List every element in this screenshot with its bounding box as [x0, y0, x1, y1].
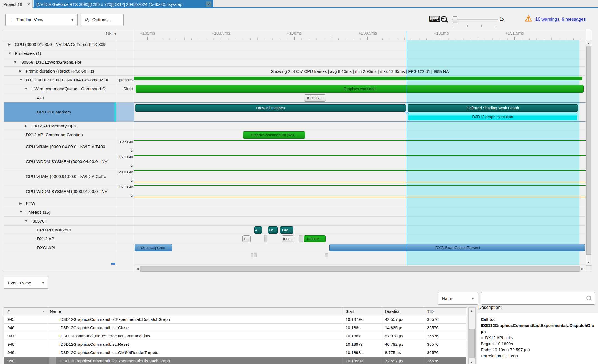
expander-expanded-icon[interactable]: ▼	[19, 210, 22, 214]
filter-column-selector[interactable]: Name ▼	[438, 292, 478, 305]
keyboard-shortcuts-icon[interactable]: ⌨	[429, 15, 441, 23]
tree-row-cpu-pix-markers[interactable]: CPU PIX Markers	[4, 226, 592, 234]
dxgi-present-bar[interactable]: IDXGISwapChain::Present	[329, 244, 585, 251]
partial-row-mark[interactable]	[254, 253, 257, 257]
tree-row-threads[interactable]: ▼ Threads (15)	[4, 208, 592, 217]
column-header-duration[interactable]: Duration	[382, 308, 424, 315]
expander-expanded-icon[interactable]: ▼	[8, 51, 11, 55]
cell-tid: 36576	[427, 342, 439, 347]
tree-row-label: ETW	[26, 199, 114, 208]
tree-row-memory-ops[interactable]: ▶ DX12 API Memory Ops	[4, 122, 592, 130]
tree-row-vram-t400[interactable]: GPU VRAM (0000:04:00.0 - NVIDIA T400 3.2…	[4, 139, 592, 154]
tree-row-api[interactable]: API	[4, 93, 592, 102]
dx12-dispatch-chip[interactable]: ID3D12…	[304, 235, 326, 242]
column-header-start[interactable]: Start	[343, 308, 382, 315]
expander-expanded-icon[interactable]: ▼	[25, 87, 28, 90]
zoom-slider-track[interactable]	[452, 19, 498, 20]
vscroll-thumb[interactable]	[469, 329, 475, 358]
table-row-selected[interactable]: 950 ID3D12GraphicsCommandListExperimenta…	[4, 357, 467, 364]
scroll-up-icon[interactable]: ▲	[469, 308, 475, 313]
scroll-right-icon[interactable]: ▶	[580, 265, 585, 272]
ruler-tick-label: +189.5ms	[212, 31, 230, 35]
timeline-view-label: Timeline View	[16, 17, 44, 22]
tab-project[interactable]: Project 16 ✕	[0, 0, 33, 8]
options-button[interactable]: ◎ Options...	[81, 14, 124, 26]
bar-label: Dr…	[269, 228, 277, 232]
tab-report-close-icon[interactable]: ✕	[206, 1, 211, 7]
tree-row-sysmem-t400[interactable]: GPU WDDM SYSMEM (0000:04:00.0 - NV 15.1 …	[4, 154, 592, 169]
tree-row-gpu[interactable]: ▶ GPU (0000:91:00.0 - NVIDIA GeForce RTX…	[4, 40, 592, 49]
partial-row-mark[interactable]	[325, 253, 328, 257]
scroll-up-icon[interactable]: ▲	[586, 41, 591, 45]
table-row[interactable]: 949 ID3D12GraphicsCommandList::OMSetRend…	[4, 348, 467, 357]
bar-label: Deferred Shading Work Graph	[467, 106, 519, 110]
tree-row-thread-36576[interactable]: ▼ [36576]	[4, 217, 592, 226]
tree-row-partial[interactable]	[4, 252, 592, 265]
dx12-api-tiny-bar[interactable]	[299, 235, 303, 242]
tree-row-dx12-api[interactable]: DX12 API	[4, 234, 592, 243]
timeline-ruler[interactable]: 10s ▼ +189ms +189.5ms +190ms +190.5ms +1…	[4, 29, 592, 40]
expander-collapsed-icon[interactable]: ▶	[19, 69, 22, 73]
events-view-selector[interactable]: Events View ▼	[4, 277, 48, 289]
warnings-messages-link[interactable]: 10 warnings, 9 messages	[535, 17, 586, 22]
timeline-cursor-line[interactable]	[407, 31, 407, 265]
tree-row-etw[interactable]: ▶ ETW	[4, 199, 592, 208]
expander-expanded-icon[interactable]: ▼	[19, 78, 22, 81]
graph-execution-bar[interactable]: D3D12 graph execution	[408, 113, 577, 120]
cpu-pix-chip[interactable]: Dr…	[268, 226, 278, 234]
tree-row-processes[interactable]: ▼ Processes (1)	[4, 49, 592, 58]
expander-collapsed-icon[interactable]: ▶	[25, 124, 27, 128]
tree-row-label: GPU VRAM (0000:04:00.0 - NVIDIA T400	[26, 139, 114, 154]
slider-tick	[454, 25, 454, 27]
scroll-left-icon[interactable]: ◀	[135, 265, 140, 272]
hscroll-thumb[interactable]	[140, 266, 580, 272]
deferred-shading-bar[interactable]: Deferred Shading Work Graph	[408, 104, 578, 112]
tree-row-process-exe[interactable]: ▼ [30868] D3D12WorkGraphs.exe	[4, 58, 592, 67]
zoom-slider-thumb[interactable]	[453, 16, 457, 23]
dx12-api-chip[interactable]: I…	[242, 235, 251, 242]
timeline-hscrollbar[interactable]: ◀ ▶	[134, 265, 586, 272]
events-vscrollbar[interactable]: ▲ ▼	[468, 307, 476, 364]
column-header-tid[interactable]: TID	[424, 308, 466, 315]
column-header-num[interactable]: # ▲	[4, 308, 47, 315]
sysmem-3090-graph-line	[134, 185, 586, 186]
dxgi-swapchain-chip[interactable]: IDXGISwapChai…	[135, 244, 172, 251]
tab-project-close-icon[interactable]: ✕	[27, 2, 30, 6]
table-row[interactable]: 948 ID3D12GraphicsCommandList::Reset 10.…	[4, 340, 467, 348]
zoom-out-icon[interactable]	[441, 16, 447, 22]
api-call-chip[interactable]: ID3D12…	[304, 94, 326, 102]
column-header-name[interactable]: Name	[47, 308, 343, 315]
tab-report[interactable]: [NVIDIA GeForce RTX 3090][1280 x 720][DX…	[34, 0, 213, 8]
memory-min-value: 0i	[114, 193, 133, 197]
expander-collapsed-icon[interactable]: ▶	[19, 202, 22, 205]
expander-expanded-icon[interactable]: ▼	[14, 60, 17, 64]
vscroll-thumb[interactable]	[586, 46, 591, 255]
cpu-pix-chip[interactable]: A…	[254, 226, 262, 234]
expander-collapsed-icon[interactable]: ▶	[8, 43, 11, 46]
expander-expanded-icon[interactable]: ▼	[25, 219, 28, 223]
dx12-api-chip[interactable]: ID3…	[282, 235, 293, 242]
column-separator[interactable]	[116, 29, 116, 265]
event-search-field[interactable]	[481, 292, 595, 305]
timeline-vscrollbar[interactable]: ▲ ▼	[586, 40, 592, 266]
scroll-down-icon[interactable]: ▼	[469, 360, 475, 364]
cell-name: ID3D12GraphicsCommandList::Reset	[59, 342, 129, 347]
dx12-activity-bar[interactable]	[134, 77, 582, 80]
graphics-workload-bar[interactable]: Graphics workload	[136, 85, 584, 93]
memory-max-value: 23.0 GiB	[114, 170, 133, 174]
partial-row-mark[interactable]	[251, 253, 253, 257]
memory-max-value: 15.1 GiB	[114, 155, 133, 159]
cpu-pix-chip[interactable]: Def…	[280, 226, 293, 234]
command-list-chip[interactable]: Graphics command list [Res…	[243, 131, 305, 139]
table-row[interactable]: 947 ID3D12CommandQueue::ExecuteCommandLi…	[4, 332, 467, 340]
ruler-scale-label[interactable]: 10s	[96, 31, 112, 36]
draw-all-meshes-bar[interactable]: Draw all meshes	[135, 104, 406, 112]
table-row[interactable]: 945 ID3D12GraphicsCommandListExperimenta…	[4, 315, 467, 324]
scroll-down-icon[interactable]: ▼	[586, 260, 591, 264]
bar-label: IDXGISwapChai…	[139, 246, 168, 250]
column-separator[interactable]	[134, 29, 134, 265]
timeline-view-selector[interactable]: ≡ Timeline View ▼	[5, 14, 78, 26]
table-row[interactable]: 946 ID3D12GraphicsCommandList::Close 10.…	[4, 324, 467, 332]
dx12-api-tiny-bar[interactable]	[264, 235, 267, 242]
warning-icon: ⚠	[525, 14, 532, 23]
